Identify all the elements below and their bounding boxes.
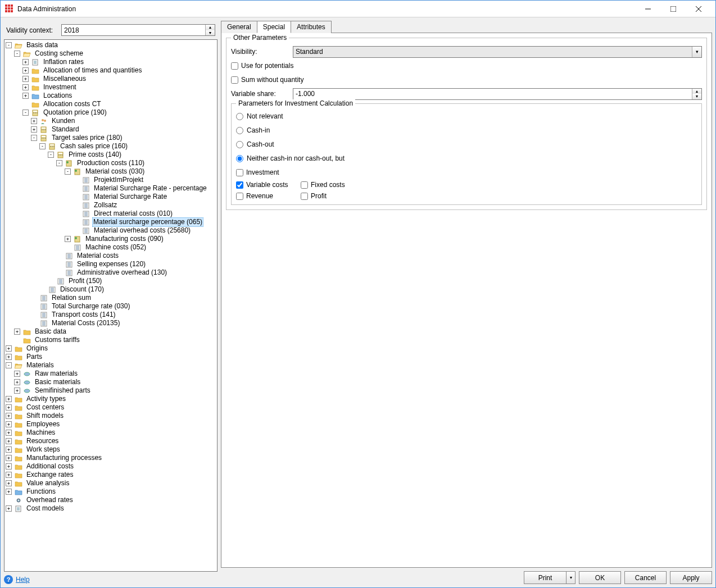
- tree-node[interactable]: +Functions: [6, 487, 216, 496]
- minimize-button[interactable]: [635, 1, 660, 17]
- expand-icon[interactable]: +: [6, 489, 12, 495]
- expand-icon[interactable]: +: [22, 59, 29, 65]
- tree-node[interactable]: +Allocation of times and quantities: [22, 66, 216, 75]
- variable-share-spin-down[interactable]: ▼: [692, 94, 701, 99]
- radio-cash-out[interactable]: Cash-out: [236, 140, 274, 148]
- collapse-icon[interactable]: -: [14, 51, 20, 57]
- tree-node[interactable]: -Production costs (110): [56, 159, 216, 167]
- tree-node[interactable]: -Costing scheme: [14, 49, 216, 58]
- validity-spin-up[interactable]: ▲: [206, 25, 215, 30]
- sum-without-quantity-checkbox[interactable]: Sum without quantity: [231, 76, 303, 84]
- apply-button[interactable]: Apply: [670, 571, 712, 584]
- tree-node[interactable]: +Kunden: [31, 117, 216, 125]
- expand-icon[interactable]: +: [6, 438, 12, 444]
- tree-node[interactable]: +Resources: [6, 437, 216, 445]
- tree-node[interactable]: Material Surcharge Rate - percentage: [73, 184, 216, 193]
- tree-node[interactable]: +Manufacturing processes: [6, 454, 216, 462]
- tree-node[interactable]: Selling expenses (120): [56, 260, 216, 268]
- collapse-icon[interactable]: -: [6, 42, 12, 48]
- validity-input[interactable]: [62, 25, 205, 35]
- tree-node[interactable]: +Activity types: [6, 395, 216, 403]
- help-link[interactable]: ? Help: [4, 575, 30, 584]
- tree-node[interactable]: -Quotation price (190): [22, 108, 216, 117]
- print-button[interactable]: Print: [524, 571, 566, 584]
- tree-node[interactable]: +Exchange rates: [6, 471, 216, 479]
- close-button[interactable]: [686, 1, 711, 17]
- tree-node[interactable]: +Semifinished parts: [14, 386, 216, 395]
- use-for-potentials-checkbox[interactable]: Use for potentials: [231, 62, 293, 70]
- collapse-icon[interactable]: -: [22, 110, 29, 116]
- expand-icon[interactable]: +: [22, 76, 29, 82]
- tree-node[interactable]: Discount (170): [39, 285, 216, 294]
- print-dropdown-icon[interactable]: ▾: [566, 571, 575, 584]
- tree-node[interactable]: +Machines: [6, 429, 216, 437]
- tab-special[interactable]: Special: [257, 21, 291, 33]
- tree-node[interactable]: Zollsatz: [73, 201, 216, 209]
- tree-node[interactable]: +Investment: [22, 83, 216, 92]
- tree-node[interactable]: +Employees: [6, 420, 216, 429]
- variable-share-input[interactable]: [293, 89, 692, 99]
- chevron-down-icon[interactable]: ▾: [692, 47, 701, 57]
- variable-share-spin-up[interactable]: ▲: [692, 89, 701, 94]
- tree-node[interactable]: Direct material costs (010): [73, 209, 216, 218]
- expand-icon[interactable]: +: [14, 329, 20, 335]
- radio-neither[interactable]: Neither cash-in nor cash-out, but: [236, 154, 345, 162]
- visibility-combo[interactable]: Standard ▾: [293, 46, 702, 58]
- expand-icon[interactable]: +: [6, 430, 12, 436]
- tree-node[interactable]: +Value analysis: [6, 479, 216, 487]
- expand-icon[interactable]: +: [6, 472, 12, 478]
- tab-attributes[interactable]: Attributes: [291, 21, 332, 33]
- tree-node[interactable]: +Additional costs: [6, 462, 216, 471]
- expand-icon[interactable]: +: [31, 126, 37, 133]
- tree-node[interactable]: Administrative overhead (130): [56, 268, 216, 277]
- expand-icon[interactable]: +: [22, 67, 29, 74]
- tree-node[interactable]: +Parts: [6, 353, 216, 361]
- expand-icon[interactable]: +: [65, 236, 71, 242]
- tree-node[interactable]: +Inflation rates: [22, 58, 216, 66]
- collapse-icon[interactable]: -: [39, 143, 46, 149]
- checkbox-profit[interactable]: Profit: [301, 192, 365, 200]
- expand-icon[interactable]: +: [6, 345, 12, 352]
- tree-node[interactable]: -Basis data: [6, 41, 216, 49]
- tree-node[interactable]: Allocation costs CT: [22, 100, 216, 108]
- tree-node[interactable]: -Cash sales price (160): [39, 142, 216, 151]
- tree-node[interactable]: +Standard: [31, 125, 216, 134]
- tree-node[interactable]: Material overhead costs (25680): [73, 226, 216, 235]
- checkbox-investment[interactable]: Investment: [236, 168, 279, 176]
- expand-icon[interactable]: +: [6, 480, 12, 486]
- tree-node[interactable]: +Manufacturing costs (090): [65, 235, 216, 243]
- tree-node[interactable]: +Basic data: [14, 327, 216, 336]
- print-split-button[interactable]: Print ▾: [524, 571, 575, 584]
- expand-icon[interactable]: +: [14, 388, 20, 394]
- expand-icon[interactable]: +: [6, 396, 12, 402]
- tree-node[interactable]: +Locations: [22, 92, 216, 100]
- tree-node[interactable]: -Material costs (030): [65, 167, 216, 176]
- expand-icon[interactable]: +: [6, 446, 12, 453]
- tree-node[interactable]: -Materials: [6, 361, 216, 370]
- checkbox-variable-costs[interactable]: Variable costs: [236, 181, 301, 189]
- expand-icon[interactable]: +: [14, 379, 20, 385]
- expand-icon[interactable]: +: [6, 354, 12, 360]
- tree-node[interactable]: +Miscellaneous: [22, 75, 216, 83]
- tree-node[interactable]: +Raw materials: [14, 370, 216, 378]
- checkbox-fixed-costs[interactable]: Fixed costs: [301, 181, 365, 189]
- expand-icon[interactable]: +: [6, 463, 12, 470]
- expand-icon[interactable]: +: [6, 455, 12, 461]
- tree-node[interactable]: -Prime costs (140): [48, 151, 216, 159]
- tree-node[interactable]: Relation sum: [31, 294, 216, 302]
- tree-node[interactable]: +Basic materials: [14, 378, 216, 386]
- tree-node[interactable]: +Origins: [6, 344, 216, 353]
- radio-cash-in[interactable]: Cash-in: [236, 126, 270, 134]
- tree-node[interactable]: -Target sales price (180): [31, 134, 216, 142]
- tree-node[interactable]: +Cost models: [6, 504, 216, 513]
- collapse-icon[interactable]: -: [6, 362, 12, 368]
- tree-node[interactable]: Overhead rates: [6, 496, 216, 504]
- tree-node[interactable]: +Cost centers: [6, 403, 216, 412]
- collapse-icon[interactable]: -: [56, 160, 62, 166]
- tree-node[interactable]: Customs tariffs: [14, 336, 216, 344]
- expand-icon[interactable]: +: [31, 118, 37, 124]
- collapse-icon[interactable]: -: [31, 135, 37, 141]
- tree-node[interactable]: Transport costs (141): [31, 311, 216, 319]
- tree-node[interactable]: +Shift models: [6, 412, 216, 420]
- tab-general[interactable]: General: [221, 21, 257, 33]
